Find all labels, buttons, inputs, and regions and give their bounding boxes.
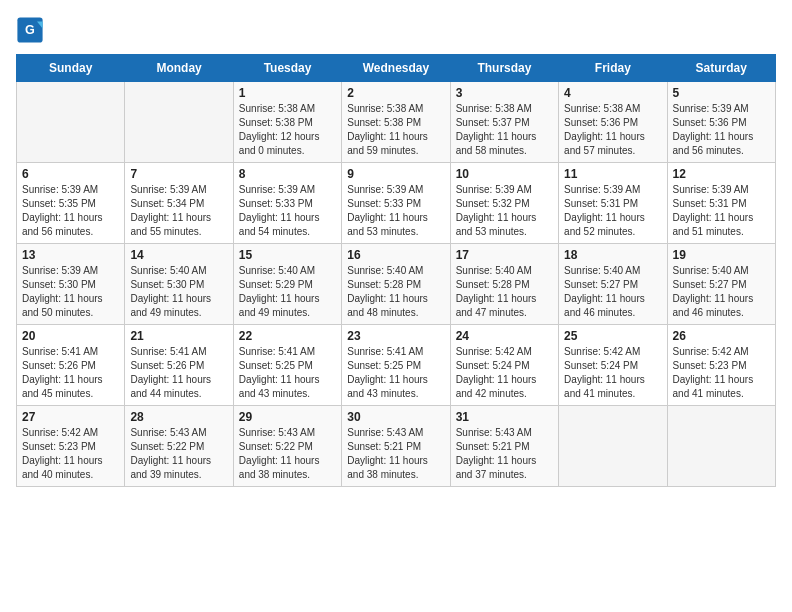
calendar-cell: 29Sunrise: 5:43 AM Sunset: 5:22 PM Dayli… bbox=[233, 406, 341, 487]
day-number: 27 bbox=[22, 410, 119, 424]
calendar-table: SundayMondayTuesdayWednesdayThursdayFrid… bbox=[16, 54, 776, 487]
calendar-cell: 31Sunrise: 5:43 AM Sunset: 5:21 PM Dayli… bbox=[450, 406, 558, 487]
day-number: 9 bbox=[347, 167, 444, 181]
day-number: 20 bbox=[22, 329, 119, 343]
day-number: 4 bbox=[564, 86, 661, 100]
weekday-header-monday: Monday bbox=[125, 55, 233, 82]
day-number: 31 bbox=[456, 410, 553, 424]
calendar-cell bbox=[125, 82, 233, 163]
cell-info: Sunrise: 5:39 AM Sunset: 5:30 PM Dayligh… bbox=[22, 264, 119, 320]
calendar-cell: 19Sunrise: 5:40 AM Sunset: 5:27 PM Dayli… bbox=[667, 244, 775, 325]
cell-info: Sunrise: 5:39 AM Sunset: 5:31 PM Dayligh… bbox=[673, 183, 770, 239]
day-number: 22 bbox=[239, 329, 336, 343]
calendar-cell: 25Sunrise: 5:42 AM Sunset: 5:24 PM Dayli… bbox=[559, 325, 667, 406]
cell-info: Sunrise: 5:42 AM Sunset: 5:24 PM Dayligh… bbox=[456, 345, 553, 401]
calendar-cell: 30Sunrise: 5:43 AM Sunset: 5:21 PM Dayli… bbox=[342, 406, 450, 487]
calendar-cell: 3Sunrise: 5:38 AM Sunset: 5:37 PM Daylig… bbox=[450, 82, 558, 163]
calendar-cell: 12Sunrise: 5:39 AM Sunset: 5:31 PM Dayli… bbox=[667, 163, 775, 244]
calendar-cell: 11Sunrise: 5:39 AM Sunset: 5:31 PM Dayli… bbox=[559, 163, 667, 244]
cell-info: Sunrise: 5:38 AM Sunset: 5:38 PM Dayligh… bbox=[347, 102, 444, 158]
cell-info: Sunrise: 5:40 AM Sunset: 5:28 PM Dayligh… bbox=[456, 264, 553, 320]
cell-info: Sunrise: 5:39 AM Sunset: 5:33 PM Dayligh… bbox=[347, 183, 444, 239]
cell-info: Sunrise: 5:40 AM Sunset: 5:28 PM Dayligh… bbox=[347, 264, 444, 320]
weekday-header-saturday: Saturday bbox=[667, 55, 775, 82]
calendar-cell bbox=[667, 406, 775, 487]
calendar-cell: 2Sunrise: 5:38 AM Sunset: 5:38 PM Daylig… bbox=[342, 82, 450, 163]
calendar-cell: 14Sunrise: 5:40 AM Sunset: 5:30 PM Dayli… bbox=[125, 244, 233, 325]
cell-info: Sunrise: 5:39 AM Sunset: 5:35 PM Dayligh… bbox=[22, 183, 119, 239]
day-number: 25 bbox=[564, 329, 661, 343]
svg-text:G: G bbox=[25, 23, 35, 37]
day-number: 29 bbox=[239, 410, 336, 424]
page-header: G bbox=[16, 16, 776, 44]
day-number: 12 bbox=[673, 167, 770, 181]
day-number: 5 bbox=[673, 86, 770, 100]
calendar-cell: 6Sunrise: 5:39 AM Sunset: 5:35 PM Daylig… bbox=[17, 163, 125, 244]
day-number: 23 bbox=[347, 329, 444, 343]
calendar-cell bbox=[559, 406, 667, 487]
week-row-2: 6Sunrise: 5:39 AM Sunset: 5:35 PM Daylig… bbox=[17, 163, 776, 244]
weekday-header-wednesday: Wednesday bbox=[342, 55, 450, 82]
calendar-cell: 23Sunrise: 5:41 AM Sunset: 5:25 PM Dayli… bbox=[342, 325, 450, 406]
weekday-header-thursday: Thursday bbox=[450, 55, 558, 82]
calendar-cell: 21Sunrise: 5:41 AM Sunset: 5:26 PM Dayli… bbox=[125, 325, 233, 406]
day-number: 24 bbox=[456, 329, 553, 343]
cell-info: Sunrise: 5:40 AM Sunset: 5:29 PM Dayligh… bbox=[239, 264, 336, 320]
week-row-4: 20Sunrise: 5:41 AM Sunset: 5:26 PM Dayli… bbox=[17, 325, 776, 406]
calendar-cell: 13Sunrise: 5:39 AM Sunset: 5:30 PM Dayli… bbox=[17, 244, 125, 325]
cell-info: Sunrise: 5:39 AM Sunset: 5:32 PM Dayligh… bbox=[456, 183, 553, 239]
logo-icon: G bbox=[16, 16, 44, 44]
calendar-cell: 24Sunrise: 5:42 AM Sunset: 5:24 PM Dayli… bbox=[450, 325, 558, 406]
day-number: 28 bbox=[130, 410, 227, 424]
cell-info: Sunrise: 5:42 AM Sunset: 5:23 PM Dayligh… bbox=[22, 426, 119, 482]
day-number: 26 bbox=[673, 329, 770, 343]
weekday-header-friday: Friday bbox=[559, 55, 667, 82]
calendar-cell: 22Sunrise: 5:41 AM Sunset: 5:25 PM Dayli… bbox=[233, 325, 341, 406]
cell-info: Sunrise: 5:40 AM Sunset: 5:30 PM Dayligh… bbox=[130, 264, 227, 320]
day-number: 13 bbox=[22, 248, 119, 262]
calendar-cell: 18Sunrise: 5:40 AM Sunset: 5:27 PM Dayli… bbox=[559, 244, 667, 325]
day-number: 11 bbox=[564, 167, 661, 181]
day-number: 21 bbox=[130, 329, 227, 343]
day-number: 15 bbox=[239, 248, 336, 262]
cell-info: Sunrise: 5:40 AM Sunset: 5:27 PM Dayligh… bbox=[564, 264, 661, 320]
calendar-cell: 1Sunrise: 5:38 AM Sunset: 5:38 PM Daylig… bbox=[233, 82, 341, 163]
day-number: 8 bbox=[239, 167, 336, 181]
day-number: 2 bbox=[347, 86, 444, 100]
cell-info: Sunrise: 5:43 AM Sunset: 5:21 PM Dayligh… bbox=[456, 426, 553, 482]
cell-info: Sunrise: 5:41 AM Sunset: 5:25 PM Dayligh… bbox=[239, 345, 336, 401]
cell-info: Sunrise: 5:41 AM Sunset: 5:26 PM Dayligh… bbox=[130, 345, 227, 401]
day-number: 14 bbox=[130, 248, 227, 262]
cell-info: Sunrise: 5:39 AM Sunset: 5:33 PM Dayligh… bbox=[239, 183, 336, 239]
cell-info: Sunrise: 5:38 AM Sunset: 5:36 PM Dayligh… bbox=[564, 102, 661, 158]
calendar-cell: 8Sunrise: 5:39 AM Sunset: 5:33 PM Daylig… bbox=[233, 163, 341, 244]
weekday-header-sunday: Sunday bbox=[17, 55, 125, 82]
calendar-cell: 28Sunrise: 5:43 AM Sunset: 5:22 PM Dayli… bbox=[125, 406, 233, 487]
cell-info: Sunrise: 5:43 AM Sunset: 5:21 PM Dayligh… bbox=[347, 426, 444, 482]
cell-info: Sunrise: 5:41 AM Sunset: 5:25 PM Dayligh… bbox=[347, 345, 444, 401]
day-number: 7 bbox=[130, 167, 227, 181]
cell-info: Sunrise: 5:43 AM Sunset: 5:22 PM Dayligh… bbox=[239, 426, 336, 482]
day-number: 3 bbox=[456, 86, 553, 100]
day-number: 18 bbox=[564, 248, 661, 262]
day-number: 6 bbox=[22, 167, 119, 181]
cell-info: Sunrise: 5:38 AM Sunset: 5:38 PM Dayligh… bbox=[239, 102, 336, 158]
week-row-1: 1Sunrise: 5:38 AM Sunset: 5:38 PM Daylig… bbox=[17, 82, 776, 163]
logo: G bbox=[16, 16, 46, 44]
calendar-cell bbox=[17, 82, 125, 163]
calendar-cell: 26Sunrise: 5:42 AM Sunset: 5:23 PM Dayli… bbox=[667, 325, 775, 406]
day-number: 16 bbox=[347, 248, 444, 262]
day-number: 1 bbox=[239, 86, 336, 100]
calendar-cell: 5Sunrise: 5:39 AM Sunset: 5:36 PM Daylig… bbox=[667, 82, 775, 163]
calendar-cell: 10Sunrise: 5:39 AM Sunset: 5:32 PM Dayli… bbox=[450, 163, 558, 244]
calendar-cell: 16Sunrise: 5:40 AM Sunset: 5:28 PM Dayli… bbox=[342, 244, 450, 325]
day-number: 30 bbox=[347, 410, 444, 424]
calendar-cell: 27Sunrise: 5:42 AM Sunset: 5:23 PM Dayli… bbox=[17, 406, 125, 487]
calendar-cell: 7Sunrise: 5:39 AM Sunset: 5:34 PM Daylig… bbox=[125, 163, 233, 244]
calendar-cell: 20Sunrise: 5:41 AM Sunset: 5:26 PM Dayli… bbox=[17, 325, 125, 406]
day-number: 19 bbox=[673, 248, 770, 262]
cell-info: Sunrise: 5:39 AM Sunset: 5:34 PM Dayligh… bbox=[130, 183, 227, 239]
week-row-5: 27Sunrise: 5:42 AM Sunset: 5:23 PM Dayli… bbox=[17, 406, 776, 487]
cell-info: Sunrise: 5:39 AM Sunset: 5:31 PM Dayligh… bbox=[564, 183, 661, 239]
cell-info: Sunrise: 5:41 AM Sunset: 5:26 PM Dayligh… bbox=[22, 345, 119, 401]
